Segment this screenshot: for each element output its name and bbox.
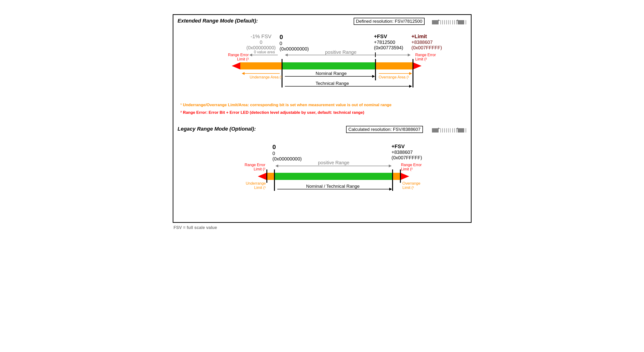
positive-range-arrow-legacy [278, 166, 389, 166]
range-error-left-ext: Range Error Limit (² [225, 53, 249, 61]
tick-zero-legacy [274, 169, 275, 191]
legacy-resolution-box: Calculated resolution: FSV/8388607 [346, 126, 423, 133]
bar-right-red-legacy [401, 173, 409, 180]
range-error-right-legacy: Range Error Limit (² [401, 163, 422, 171]
resolution-comb-extended [432, 18, 468, 25]
nominal-label-ext: Nominal Range [316, 71, 347, 76]
range-error-right-ext: Range Error Limit (² [415, 53, 436, 61]
tick-right-edge-legacy [400, 169, 401, 183]
technical-arrow-ext [285, 86, 410, 86]
bar-left-orange-legacy [266, 173, 274, 180]
zero-value-arrow [252, 55, 278, 55]
underrange-label-legacy: Underrange Limit (¹ [244, 181, 266, 190]
mark-fsv: +FSV +7812500 (0x00773594) [374, 33, 414, 50]
nominal-arrow-ext [285, 76, 373, 76]
zero-value-label: 0 value area [254, 50, 275, 54]
bar-right-red-ext [413, 62, 422, 69]
footnote-2: ² Range Error: Error Bit + Error LED (de… [180, 110, 364, 115]
extended-mode-title: Extended Range Mode (Default): [178, 18, 258, 24]
bar-left-red-legacy [258, 173, 266, 180]
bar-green-legacy [274, 173, 392, 180]
tick-fsv-small [375, 52, 376, 57]
bar-right-orange-legacy [392, 173, 401, 180]
positive-range-label-legacy: positive Range [318, 160, 350, 165]
extended-resolution-box: Defined resolution: FSV/7812500 [354, 18, 425, 25]
overrange-arrow-ext [379, 73, 410, 74]
tick-limit-ext [412, 59, 414, 87]
underrange-label-ext: Underrange Area (¹ [250, 75, 282, 79]
mark-zero: 0 0 (0x00000000) [280, 33, 320, 52]
overrange-label-legacy: Overrange Limit (¹ [402, 181, 420, 190]
fsv-caption: FSV = full scale value [174, 225, 217, 230]
tick-zero-ext [282, 59, 282, 87]
nominal-arrow-legacy [277, 189, 390, 189]
resolution-comb-legacy [432, 126, 468, 133]
tick-left-edge-legacy [266, 169, 267, 183]
mark-neg1: -1% FSV 0 (0x00000000) [244, 33, 278, 50]
legacy-mark-fsv: +FSV +8388607 (0x007FFFFF) [392, 143, 432, 160]
overrange-label-ext: Overrange Area (¹ [379, 75, 409, 79]
footnote-1: ¹ Underrange/Overrange Limit/Area: corre… [180, 103, 392, 107]
positive-range-label-ext: positive Range [325, 49, 356, 55]
mark-limit: +Limit +8388607 (0x007FFFFF) [412, 33, 452, 50]
tick-fsv-legacy [392, 169, 393, 191]
range-error-left-legacy: Range Error Limit (² [242, 163, 266, 171]
bar-green-ext [282, 62, 376, 69]
technical-label-ext: Technical Range [316, 81, 349, 86]
legacy-mark-zero: 0 0 (0x00000000) [272, 143, 313, 162]
nominal-label-legacy: Nominal / Technical Range [306, 184, 360, 189]
diagram-frame: Extended Range Mode (Default): Defined r… [173, 14, 472, 223]
bar-under-orange-ext [240, 62, 282, 69]
bar-over-orange-ext [376, 62, 413, 69]
tick-fsv-ext [375, 59, 376, 80]
underrange-arrow-ext [244, 73, 280, 74]
bar-left-red-ext [232, 62, 240, 69]
legacy-mode-title: Legacy Range Mode (Optional): [178, 126, 256, 132]
